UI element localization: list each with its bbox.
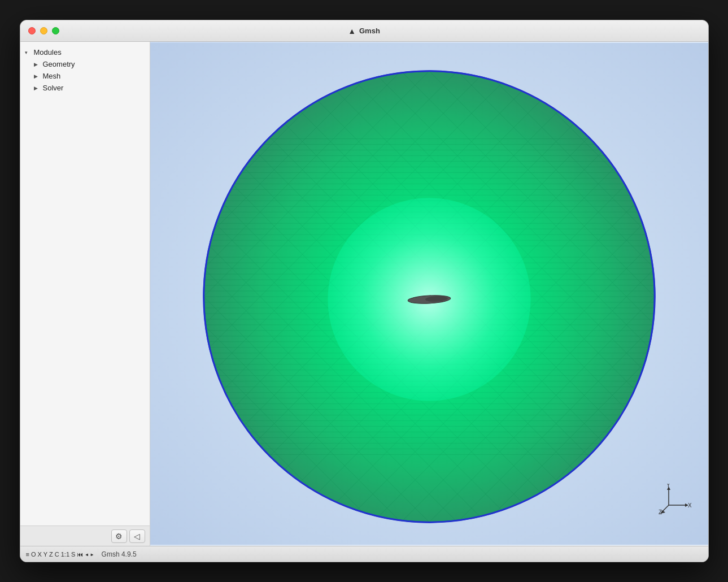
minimize-button[interactable] xyxy=(40,27,47,34)
version-label: Gmsh 4.9.5 xyxy=(102,550,137,558)
arrow-icon-geometry: ▶ xyxy=(34,62,43,67)
mesh-label: Mesh xyxy=(43,72,145,80)
modules-label: Modules xyxy=(34,48,145,57)
app-icon: ▲ xyxy=(348,27,356,36)
solver-label: Solver xyxy=(43,84,145,92)
arrow-icon: ▾ xyxy=(25,50,34,55)
main-content: ▾ Modules ▶ Geometry ▶ Mesh ▶ Solver xyxy=(20,42,708,546)
sidebar-tree: ▾ Modules ▶ Geometry ▶ Mesh ▶ Solver xyxy=(20,42,150,525)
arrow-icon-solver: ▶ xyxy=(34,85,43,91)
axis-indicator: Z Y X xyxy=(657,484,691,515)
geometry-label: Geometry xyxy=(43,60,145,68)
sidebar: ▾ Modules ▶ Geometry ▶ Mesh ▶ Solver xyxy=(20,42,150,546)
application-window: ▲ Gmsh ▾ Modules ▶ Geometry ▶ Mesh xyxy=(20,20,709,562)
window-controls xyxy=(28,27,59,34)
svg-text:X: X xyxy=(688,502,691,509)
titlebar: ▲ Gmsh xyxy=(20,20,708,42)
maximize-button[interactable] xyxy=(52,27,59,34)
viewport[interactable]: Z Y X xyxy=(150,42,708,546)
sidebar-item-solver[interactable]: ▶ Solver xyxy=(20,82,150,94)
sidebar-item-mesh[interactable]: ▶ Mesh xyxy=(20,70,150,82)
settings-button[interactable]: ⚙ xyxy=(111,529,127,543)
sidebar-item-geometry[interactable]: ▶ Geometry xyxy=(20,58,150,70)
window-title: ▲ Gmsh xyxy=(348,27,380,36)
sidebar-toolbar: ⚙ ◁ xyxy=(20,525,150,546)
toggle-button[interactable]: ◁ xyxy=(129,529,145,543)
status-icons: ≡ O X Y Z C 1:1 S ⏮ ◀ ▶ xyxy=(26,551,94,558)
statusbar: ≡ O X Y Z C 1:1 S ⏮ ◀ ▶ Gmsh 4.9.5 xyxy=(20,546,708,562)
title-label: Gmsh xyxy=(359,27,380,35)
mesh-visualization xyxy=(150,42,708,546)
close-button[interactable] xyxy=(28,27,36,34)
arrow-icon-mesh: ▶ xyxy=(34,73,43,79)
sidebar-item-modules[interactable]: ▾ Modules xyxy=(20,46,150,58)
